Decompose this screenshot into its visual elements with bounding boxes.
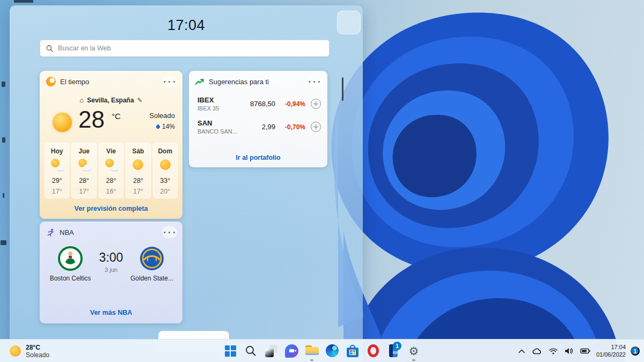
weather-app-icon xyxy=(46,77,56,86)
tray-time: 17:04 xyxy=(596,344,626,351)
forecast-day-sab[interactable]: Sáb 28° 17° xyxy=(126,143,150,198)
forecast-day-dom[interactable]: Dom 33° 20° xyxy=(153,143,178,198)
add-to-watchlist-button[interactable] xyxy=(311,99,321,109)
stock-change: -0,94% xyxy=(275,100,305,108)
forecast-day-label: Dom xyxy=(158,147,172,155)
forecast-low: 16° xyxy=(106,188,116,195)
team-name: Boston Celtics xyxy=(50,275,91,282)
tray-clock[interactable]: 17:04 01/06/2022 xyxy=(596,344,626,358)
nba-more-button[interactable]: • • • xyxy=(162,226,177,238)
game-date: 3 jun xyxy=(105,267,118,273)
task-view-icon xyxy=(265,345,277,357)
weather-condition: Soleado xyxy=(149,112,175,120)
forecast-low: 17° xyxy=(79,188,89,195)
forecast-day-label: Vie xyxy=(106,147,116,155)
onedrive-cloud-icon[interactable] xyxy=(531,346,543,356)
store-icon xyxy=(347,345,358,357)
golden-state-logo xyxy=(140,246,164,271)
stock-change: -0,70% xyxy=(275,123,305,131)
sun-icon xyxy=(10,345,21,357)
forecast-high: 28° xyxy=(106,177,116,184)
forecast-low: 20° xyxy=(160,188,170,195)
more-nba-link[interactable]: Ver más NBA xyxy=(40,309,182,316)
add-to-watchlist-button[interactable] xyxy=(311,122,321,132)
team-name: Golden State... xyxy=(130,275,173,282)
stock-symbol: SAN xyxy=(197,119,242,127)
tray-chevron-up-icon[interactable] xyxy=(517,348,526,354)
edge-icon xyxy=(326,344,339,357)
forecast-low: 17° xyxy=(52,188,62,195)
search-input[interactable] xyxy=(58,45,324,52)
weather-current: 28 °C Soleado 14% xyxy=(40,109,182,139)
stock-name: IBEX 35 xyxy=(197,105,242,112)
stock-price: 8768,50 xyxy=(242,100,275,108)
edit-location-icon[interactable]: ✎ xyxy=(137,97,143,104)
task-view-button[interactable] xyxy=(261,340,281,361)
trending-up-icon xyxy=(195,78,204,86)
weather-full-forecast-link[interactable]: Ver previsión completa xyxy=(40,205,182,212)
forecast-day-jue[interactable]: Jue 28° 17° xyxy=(71,143,96,198)
taskbar: 28°C Soleado xyxy=(0,339,644,362)
gear-icon: ⚙ xyxy=(409,345,419,357)
sun-icon xyxy=(158,159,172,172)
forecast-day-vie[interactable]: Vie 28° 16° xyxy=(99,143,123,198)
precip-value: 14% xyxy=(162,123,175,130)
start-button[interactable] xyxy=(220,340,240,361)
tray-date: 01/06/2022 xyxy=(596,351,626,359)
stock-name: BANCO SAN... xyxy=(197,128,242,135)
nba-game[interactable]: Boston Celtics 3:00 3 jun Golden State..… xyxy=(40,246,182,282)
forecast-day-hoy[interactable]: Hoy 29° 17° xyxy=(45,143,69,198)
current-temp: 28 xyxy=(78,106,105,133)
team-boston-celtics[interactable]: Boston Celtics xyxy=(47,246,93,282)
stocks-widget: Sugerencias para ti • • • IBEX IBEX 35 8… xyxy=(189,71,327,167)
nba-widget: NBA • • • Boston Celtics 3:00 3 jun xyxy=(40,221,182,323)
weather-more-button[interactable]: • • • xyxy=(162,76,177,87)
droplet-icon xyxy=(156,124,161,129)
taskbar-weather-temp: 28°C xyxy=(26,344,49,351)
forecast-row: Hoy 29° 17° Jue 28° 17° Vie 28° 16° xyxy=(45,143,178,198)
stocks-more-button[interactable]: • • • xyxy=(307,76,322,87)
notification-badge: 1 xyxy=(393,342,401,350)
widgets-panel: 17:04 El tiempo • • • ⌂ Sevilla, España … xyxy=(10,5,363,362)
stock-price: 2,99 xyxy=(242,123,275,131)
file-explorer-button[interactable] xyxy=(302,340,322,361)
windows-logo-icon xyxy=(225,345,236,357)
folder-icon xyxy=(305,345,319,356)
panel-clock: 17:04 xyxy=(10,17,363,34)
sun-cloud-icon xyxy=(104,159,118,172)
nba-widget-title: NBA xyxy=(60,228,162,237)
opera-icon xyxy=(368,344,379,357)
opera-browser-button[interactable] xyxy=(363,340,383,361)
edge-browser-button[interactable] xyxy=(322,340,342,361)
volume-icon[interactable] xyxy=(564,346,574,356)
stocks-widget-title: Sugerencias para ti xyxy=(209,78,307,86)
desktop-icon-fragment xyxy=(14,0,33,3)
battery-icon[interactable] xyxy=(579,347,591,355)
taskbar-search-button[interactable] xyxy=(240,340,261,361)
chat-button[interactable] xyxy=(281,340,302,361)
sports-runner-icon xyxy=(46,228,55,237)
team-golden-state[interactable]: Golden State... xyxy=(129,246,175,282)
wifi-icon[interactable] xyxy=(548,347,559,356)
stock-symbol: IBEX xyxy=(197,96,242,104)
panel-scrollbar-thumb[interactable] xyxy=(342,77,343,101)
microsoft-store-button[interactable] xyxy=(342,340,363,361)
phone-link-button[interactable]: 1 xyxy=(383,340,404,361)
weather-location-row[interactable]: ⌂ Sevilla, España ✎ xyxy=(40,97,182,104)
stock-row-ibex[interactable]: IBEX IBEX 35 8768,50 -0,94% xyxy=(189,92,327,115)
forecast-day-label: Hoy xyxy=(51,147,63,155)
desktop-icon-fragment xyxy=(2,82,5,87)
forecast-high: 28° xyxy=(133,177,143,184)
taskbar-weather-button[interactable]: 28°C Soleado xyxy=(6,339,53,362)
settings-button[interactable]: ⚙ xyxy=(404,340,424,361)
sun-icon xyxy=(131,159,145,172)
widgets-profile-button[interactable] xyxy=(337,11,361,34)
weather-location: Sevilla, España xyxy=(87,97,134,104)
portfolio-link[interactable]: Ir al portafolio xyxy=(189,154,327,161)
forecast-day-label: Jue xyxy=(78,147,90,155)
web-search-bar[interactable] xyxy=(40,40,330,57)
forecast-high: 28° xyxy=(79,177,89,184)
stock-row-san[interactable]: SAN BANCO SAN... 2,99 -0,70% xyxy=(189,115,327,138)
notification-center-badge[interactable]: 1 xyxy=(631,346,640,356)
forecast-high: 29° xyxy=(52,177,62,184)
